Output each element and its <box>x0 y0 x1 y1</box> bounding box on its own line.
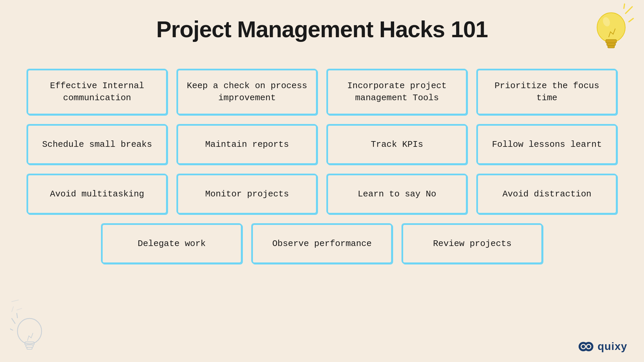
svg-line-2 <box>624 4 625 8</box>
page-title: Project Management Hacks 101 <box>0 0 644 42</box>
hack-card-text-row1-col2: Keep a check on process improvement <box>185 80 309 104</box>
hack-card-text-row1-col4: Prioritize the focus time <box>485 80 609 104</box>
hacks-grid: Effective Internal communicationKeep a c… <box>0 52 644 214</box>
hack-card-row1-col1: Effective Internal communication <box>27 69 167 115</box>
quixy-logo: quixy <box>578 340 627 353</box>
hack-card-text-row3-col2: Monitor projects <box>205 188 289 200</box>
svg-line-0 <box>626 7 632 13</box>
svg-rect-5 <box>607 43 615 46</box>
hack-card-text-row3-col3: Learn to say No <box>358 188 436 200</box>
hack-card-row2-col1: Schedule small breaks <box>27 124 167 165</box>
svg-line-15 <box>12 300 18 302</box>
svg-rect-6 <box>608 46 614 48</box>
hack-card-text-row1-col1: Effective Internal communication <box>35 80 159 104</box>
svg-line-1 <box>629 18 633 22</box>
hack-card-row3-col2: Monitor projects <box>177 174 317 214</box>
hack-card-row2-col3: Track KPIs <box>327 124 467 165</box>
hack-card-text-row1-col3: Incorporate project management Tools <box>335 80 459 104</box>
hack-card-text-row3-col1: Avoid multitasking <box>50 188 144 200</box>
bottom-card-text-3: Review projects <box>433 238 512 250</box>
svg-line-8 <box>12 318 15 323</box>
hack-card-text-row2-col4: Follow lessons learnt <box>492 138 602 150</box>
bottom-row: Delegate workObserve performanceReview p… <box>0 214 644 264</box>
svg-point-11 <box>17 318 42 344</box>
hack-card-text-row2-col2: Maintain reports <box>205 138 289 150</box>
hack-card-text-row3-col4: Avoid distraction <box>502 188 591 200</box>
svg-point-3 <box>597 13 625 42</box>
decorative-lines <box>10 298 30 318</box>
hack-card-row2-col4: Follow lessons learnt <box>477 124 617 165</box>
hack-card-row1-col2: Keep a check on process improvement <box>177 69 317 115</box>
hack-card-text-row2-col1: Schedule small breaks <box>42 138 152 150</box>
hack-card-row1-col3: Incorporate project management Tools <box>327 69 467 115</box>
bottom-card-2: Observe performance <box>252 224 392 264</box>
hack-card-row3-col4: Avoid distraction <box>477 174 617 214</box>
bottom-card-text-2: Observe performance <box>272 238 372 250</box>
svg-point-23 <box>587 345 590 348</box>
hack-card-row1-col4: Prioritize the focus time <box>477 69 617 115</box>
svg-rect-14 <box>27 347 32 349</box>
svg-line-17 <box>17 308 22 310</box>
hack-card-text-row2-col3: Track KPIs <box>371 138 423 150</box>
svg-line-9 <box>10 328 13 330</box>
hack-card-row2-col2: Maintain reports <box>177 124 317 165</box>
bottom-card-1: Delegate work <box>101 224 242 264</box>
bottom-card-3: Review projects <box>402 224 543 264</box>
hack-card-row3-col3: Learn to say No <box>327 174 467 214</box>
lightbulb-top-right-decoration <box>587 3 634 57</box>
quixy-icon <box>578 342 594 352</box>
svg-line-16 <box>12 307 13 312</box>
quixy-text: quixy <box>597 340 627 353</box>
svg-point-22 <box>582 345 585 348</box>
bottom-card-text-1: Delegate work <box>138 238 206 250</box>
hack-card-row3-col1: Avoid multitasking <box>27 174 167 214</box>
svg-rect-13 <box>26 345 33 347</box>
svg-rect-4 <box>606 40 616 43</box>
